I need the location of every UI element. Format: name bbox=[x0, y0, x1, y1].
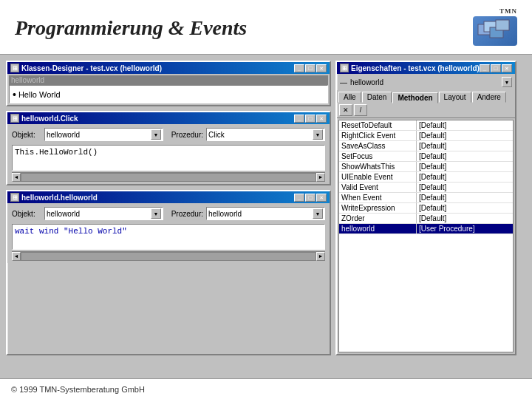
prop-value-6: [Default] bbox=[417, 183, 513, 192]
click-window: ⊞ helloworld.Click _ □ × Objekt: hellowo… bbox=[6, 111, 331, 185]
objekt-select-value: helloworld bbox=[47, 131, 80, 139]
scroll-track[interactable] bbox=[21, 173, 316, 182]
logo-area: TMN bbox=[451, 7, 517, 48]
eigenschaften-toolbar: ✕ / bbox=[337, 103, 515, 118]
click-win-controls[interactable]: _ □ × bbox=[294, 115, 327, 123]
hello-scrollbar-h[interactable]: ◄ ► bbox=[12, 251, 325, 260]
hello-code: wait wind "Hello World" bbox=[15, 227, 127, 236]
click-code: This.HelloWorld() bbox=[15, 148, 98, 157]
hello-prozedur-arrow[interactable]: ▼ bbox=[313, 208, 323, 219]
klassen-header-bar: helloworld bbox=[9, 75, 328, 85]
prozedur-select-arrow[interactable]: ▼ bbox=[313, 129, 323, 140]
klassen-title: Klassen-Designer - test.vcx (helloworld) bbox=[21, 64, 162, 72]
prop-value-3: [Default] bbox=[417, 151, 513, 161]
klassen-designer-titlebar: ⊞ Klassen-Designer - test.vcx (helloworl… bbox=[7, 62, 330, 74]
click-code-area[interactable]: This.HelloWorld() bbox=[12, 145, 325, 171]
hello-prozedur-label: Prozedur: bbox=[166, 210, 203, 218]
prop-value-1: [Default] bbox=[417, 131, 513, 140]
prop-name-4: ShowWhatsThis bbox=[339, 162, 417, 171]
hello-objekt-select[interactable]: helloworld ▼ bbox=[44, 207, 163, 220]
eigenschaften-dropdown-arrow[interactable]: ▼ bbox=[502, 77, 512, 87]
prop-value-9: [Default] bbox=[417, 214, 513, 223]
scroll-right-btn[interactable]: ► bbox=[316, 173, 325, 182]
prop-row-10[interactable]: helloworld [User Procedure] bbox=[339, 224, 513, 234]
objekt-select-arrow[interactable]: ▼ bbox=[151, 129, 161, 140]
prop-name-8: WriteExpression bbox=[339, 203, 417, 213]
click-maximize-btn[interactable]: □ bbox=[305, 115, 316, 123]
tab-andere[interactable]: Andere bbox=[472, 92, 506, 103]
hello-form-row: Objekt: helloworld ▼ Prozedur: helloworl… bbox=[9, 205, 328, 222]
prop-name-0: ResetToDefault bbox=[339, 120, 417, 130]
prop-row-0[interactable]: ResetToDefault [Default] bbox=[339, 120, 513, 131]
eigenschaften-win-icon: ⊞ bbox=[340, 64, 349, 72]
hello-win-controls[interactable]: _ □ × bbox=[294, 194, 327, 202]
klassen-win-controls[interactable]: _ □ × bbox=[294, 64, 327, 72]
prop-value-5: [Default] bbox=[417, 172, 513, 182]
hello-maximize-btn[interactable]: □ bbox=[305, 194, 316, 202]
hello-scroll-track[interactable] bbox=[21, 252, 316, 261]
prop-name-1: RightClick Event bbox=[339, 131, 417, 140]
prop-row-1[interactable]: RightClick Event [Default] bbox=[339, 131, 513, 141]
prozedur-select[interactable]: Click ▼ bbox=[206, 128, 325, 141]
objekt-label: Objekt: bbox=[12, 131, 41, 139]
eigenschaften-dropdown-value: helloworld bbox=[347, 78, 502, 86]
prop-value-0: [Default] bbox=[417, 120, 513, 130]
eigenschaften-maximize-btn[interactable]: □ bbox=[491, 64, 501, 72]
prop-row-4[interactable]: ShowWhatsThis [Default] bbox=[339, 162, 513, 172]
footer: © 1999 TMN-Systemberatung GmbH bbox=[0, 378, 532, 399]
klassen-list-item: • Hello World bbox=[9, 85, 328, 103]
hello-close-btn[interactable]: × bbox=[316, 194, 327, 202]
click-body: Objekt: helloworld ▼ Prozedur: Click ▼ T… bbox=[7, 124, 330, 184]
hello-scroll-left-btn[interactable]: ◄ bbox=[12, 252, 21, 261]
click-close-btn[interactable]: × bbox=[316, 115, 327, 123]
prop-value-10: [User Procedure] bbox=[417, 224, 513, 233]
klassen-maximize-btn[interactable]: □ bbox=[305, 64, 316, 72]
hello-prozedur-value: helloworld bbox=[208, 210, 242, 218]
klassen-item-text: Hello World bbox=[18, 90, 61, 99]
click-minimize-btn[interactable]: _ bbox=[294, 115, 304, 123]
prop-row-6[interactable]: Valid Event [Default] bbox=[339, 183, 513, 193]
scroll-left-btn[interactable]: ◄ bbox=[12, 173, 21, 182]
hello-minimize-btn[interactable]: _ bbox=[294, 194, 304, 202]
tab-daten[interactable]: Daten bbox=[362, 92, 392, 103]
hello-objekt-label: Objekt: bbox=[12, 210, 41, 218]
hello-scroll-right-btn[interactable]: ► bbox=[316, 252, 325, 261]
eigenschaften-win-controls[interactable]: _ □ × bbox=[480, 64, 512, 72]
tool-slash-btn[interactable]: / bbox=[354, 104, 367, 116]
klassen-close-btn[interactable]: × bbox=[316, 64, 327, 72]
eigenschaften-title: Eigenschaften - test.vcx (helloworld) bbox=[351, 64, 480, 72]
click-scrollbar-h[interactable]: ◄ ► bbox=[12, 172, 325, 181]
prop-value-2: [Default] bbox=[417, 141, 513, 151]
logo-text: TMN bbox=[499, 7, 517, 15]
svg-rect-3 bbox=[496, 20, 509, 30]
objekt-select[interactable]: helloworld ▼ bbox=[44, 128, 163, 141]
tab-layout[interactable]: Layout bbox=[439, 92, 471, 103]
prop-row-2[interactable]: SaveAsClass [Default] bbox=[339, 141, 513, 151]
hello-titlebar: ⊞ helloworld.helloworld _ □ × bbox=[7, 191, 330, 203]
left-panel: ⊞ Klassen-Designer - test.vcx (helloworl… bbox=[6, 61, 331, 355]
tool-x-btn[interactable]: ✕ bbox=[339, 104, 352, 116]
hello-code-area[interactable]: wait wind "Hello World" bbox=[12, 224, 325, 250]
hello-objekt-arrow[interactable]: ▼ bbox=[151, 208, 161, 219]
hello-window: ⊞ helloworld.helloworld _ □ × Objekt: he… bbox=[6, 190, 331, 355]
eigenschaften-minimize-btn[interactable]: _ bbox=[480, 64, 490, 72]
prop-row-5[interactable]: UIEnable Event [Default] bbox=[339, 172, 513, 183]
klassen-minimize-btn[interactable]: _ bbox=[294, 64, 304, 72]
prop-name-10: helloworld bbox=[339, 224, 417, 233]
prop-row-9[interactable]: ZOrder [Default] bbox=[339, 214, 513, 224]
click-titlebar: ⊞ helloworld.Click _ □ × bbox=[7, 112, 330, 124]
click-title: helloworld.Click bbox=[21, 115, 78, 123]
prop-row-7[interactable]: When Event [Default] bbox=[339, 193, 513, 203]
page-title: Programmierung & Events bbox=[15, 16, 247, 40]
eigenschaften-dropdown[interactable]: — helloworld ▼ bbox=[338, 75, 514, 89]
tab-alle[interactable]: Alle bbox=[338, 92, 361, 103]
eigenschaften-tabs: Alle Daten Methoden Layout Andere bbox=[337, 90, 515, 103]
header: Programmierung & Events TMN bbox=[0, 0, 532, 55]
hello-prozedur-select[interactable]: helloworld ▼ bbox=[206, 207, 325, 220]
prop-value-7: [Default] bbox=[417, 193, 513, 202]
prop-row-8[interactable]: WriteExpression [Default] bbox=[339, 203, 513, 214]
eigenschaften-titlebar: ⊞ Eigenschaften - test.vcx (helloworld) … bbox=[337, 62, 515, 74]
tab-methoden[interactable]: Methoden bbox=[392, 92, 437, 103]
eigenschaften-close-btn[interactable]: × bbox=[502, 64, 512, 72]
prop-row-3[interactable]: SetFocus [Default] bbox=[339, 151, 513, 162]
